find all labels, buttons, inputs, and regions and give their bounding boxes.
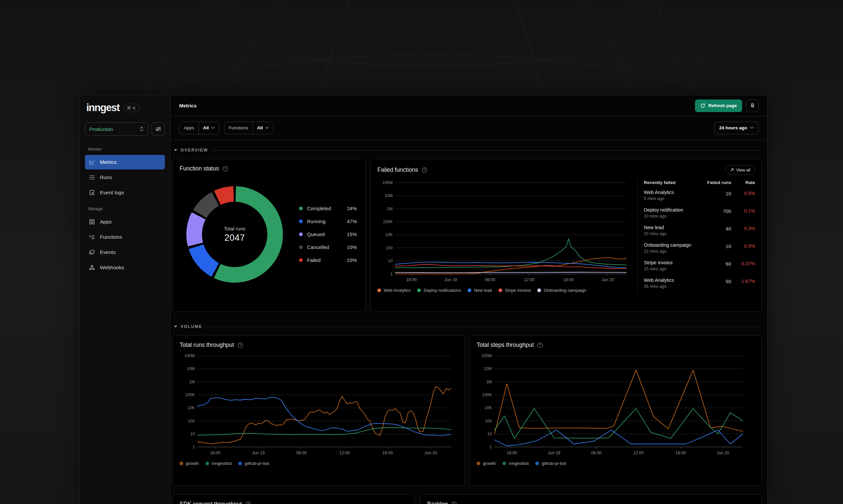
legend-dot (299, 245, 303, 249)
sidebar-item-event-logs[interactable]: Event logs (85, 185, 165, 200)
legend-item: github-pr-bot (238, 461, 269, 466)
apps-filter-value: All (203, 125, 209, 130)
help-icon[interactable]: ? (451, 501, 457, 504)
failed-time-ago: 22 mins ago (644, 249, 701, 254)
status-legend-row: Completed24% (299, 205, 357, 211)
functions-filter[interactable]: Functions All (224, 122, 274, 134)
svg-text:100: 100 (485, 419, 492, 424)
card-title: Total steps throughput (477, 342, 534, 348)
chevron-down-icon (211, 127, 215, 129)
svg-text:?: ? (453, 502, 455, 504)
apps-filter[interactable]: Apps All (179, 122, 219, 134)
legend-dot (535, 462, 539, 465)
svg-text:10M: 10M (385, 193, 393, 198)
legend-item: growth (179, 461, 199, 466)
failed-function-row[interactable]: Onboarding campaign22 mins ago100.5% (644, 239, 755, 257)
failure-rate: 0.5% (731, 242, 755, 254)
failed-function-row[interactable]: New lead20 mins ago400.3% (644, 221, 755, 239)
failed-function-row[interactable]: Web Analytics5 mins ago100.5% (644, 186, 755, 204)
failed-time-ago: 10 mins ago (644, 214, 701, 218)
legend-dot (377, 288, 381, 292)
command-k-shortcut-badge[interactable]: ⌘ K (123, 104, 139, 112)
volume-section-header[interactable]: VOLUME (174, 322, 761, 331)
section-divider (205, 327, 761, 327)
total-steps-throughput-card: Total steps throughput ? 100M10M1M100K10… (470, 335, 762, 486)
svg-text:12:00: 12:00 (339, 451, 349, 455)
nav-section-label: Manage (88, 206, 165, 211)
svg-text:18:00: 18:00 (406, 277, 416, 282)
sliders-icon (155, 126, 161, 132)
help-icon[interactable]: ? (422, 167, 428, 173)
legend-label: Stripe invoice (505, 288, 531, 293)
svg-text:100K: 100K (383, 219, 393, 224)
card-title: Function status (179, 165, 219, 172)
svg-text:Jun 20: Jun 20 (602, 277, 614, 282)
legend-item: inngestbot (502, 461, 529, 466)
sidebar-item-webhooks[interactable]: Webhooks (85, 260, 165, 275)
function-status-card: Function status ? Total runs 2047 (173, 159, 366, 312)
svg-text:100M: 100M (382, 180, 393, 185)
card-title: SDK request throughput (179, 501, 242, 504)
function-status-legend: Completed24%Running47%Queued15%Cancelled… (299, 205, 359, 263)
updown-chevron-icon (139, 126, 144, 132)
refresh-page-button[interactable]: Refresh page (695, 100, 742, 112)
svg-text:100M: 100M (185, 354, 195, 358)
backlog-card: Backlog ? (420, 494, 762, 504)
legend-dot (299, 232, 303, 236)
total-runs-throughput-card: Total runs throughput ? 100M10M1M100K10K… (173, 335, 465, 486)
legend-dot (477, 462, 480, 465)
help-icon[interactable]: ? (245, 501, 251, 504)
legend-item: inngestbot (205, 461, 232, 466)
failed-runs-count: 40 (701, 225, 731, 236)
sidebar-item-functions[interactable]: Functions (85, 230, 165, 245)
legend-dot (205, 462, 209, 465)
environment-select[interactable]: Production (85, 122, 148, 136)
legend-dot (238, 462, 242, 465)
card-title: Total runs throughput (179, 342, 234, 348)
svg-text:1M: 1M (189, 380, 195, 384)
failed-function-row[interactable]: Deploy notification10 mins ago7000.1% (644, 204, 755, 221)
svg-text:?: ? (539, 343, 541, 347)
legend-value: 10% (347, 245, 357, 250)
environment-filter-button[interactable] (152, 122, 165, 136)
view-all-button[interactable]: View all (725, 165, 755, 175)
svg-text:10: 10 (487, 432, 492, 436)
settings-button[interactable] (746, 100, 759, 112)
sidebar: inngest ⌘ K Production MonitorMetricsRun… (80, 95, 171, 504)
sidebar-item-events[interactable]: Events (85, 245, 165, 259)
overview-section-header[interactable]: OVERVIEW (174, 146, 761, 155)
svg-text:18:00: 18:00 (210, 451, 220, 455)
help-icon[interactable]: ? (537, 342, 543, 348)
failure-rate: 0.5% (731, 190, 755, 201)
failed-function-row[interactable]: Stripe invoice25 mins ago600.07% (644, 257, 755, 274)
svg-text:1M: 1M (486, 380, 492, 384)
filter-bar: Apps All Functions All 24 hours ago (171, 116, 767, 140)
svg-text:1: 1 (192, 445, 195, 449)
failed-function-row[interactable]: Web Analytics35 mins ago501.67% (644, 274, 755, 292)
failure-rate: 0.07% (731, 260, 755, 271)
legend-item: Stripe invoice (499, 288, 531, 293)
column-header: Failed runs (701, 180, 731, 185)
function-name: Web Analytics (644, 190, 701, 195)
failed-runs-count: 50 (701, 277, 731, 289)
svg-text:?: ? (424, 168, 426, 172)
legend-dot (502, 462, 506, 465)
help-icon[interactable]: ? (222, 166, 228, 172)
svg-text:18:00: 18:00 (563, 277, 573, 282)
legend-dot (299, 258, 303, 262)
failed-time-ago: 25 mins ago (644, 267, 701, 271)
sidebar-item-runs[interactable]: Runs (85, 170, 165, 185)
legend-dot (179, 462, 183, 465)
svg-text:100M: 100M (482, 354, 492, 358)
time-range-select[interactable]: 24 hours ago (714, 122, 759, 134)
sidebar-item-apps[interactable]: Apps (85, 215, 165, 229)
sidebar-item-metrics[interactable]: Metrics (85, 155, 165, 169)
function-status-donut-chart: Total runs 2047 (185, 185, 285, 284)
svg-text:10M: 10M (187, 366, 195, 371)
card-title: Backlog (427, 501, 448, 504)
recently-failed-table: Recently failed Failed runs Rate Web Ana… (644, 179, 755, 293)
svg-text:Jun 19: Jun 19 (444, 277, 457, 282)
failed-runs-count: 10 (701, 242, 731, 254)
legend-item: Web Analytics (377, 288, 411, 293)
help-icon[interactable]: ? (237, 342, 243, 348)
